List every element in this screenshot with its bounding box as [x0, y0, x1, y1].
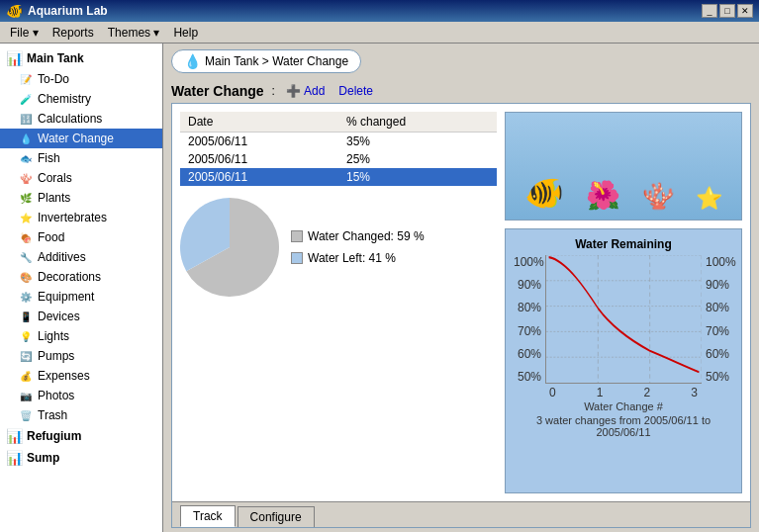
add-label: Add: [304, 84, 325, 98]
y-label-1: 60%: [514, 347, 541, 361]
sidebar-item-additives[interactable]: 🔧 Additives: [0, 247, 162, 267]
chart-svg: [546, 255, 702, 383]
menu-themes[interactable]: Themes ▾: [102, 24, 166, 42]
breadcrumb-box: 💧 Main Tank > Water Change: [171, 49, 361, 73]
sidebar-item-photos-label: Photos: [38, 389, 74, 402]
legend-checkbox-left[interactable]: [291, 252, 303, 264]
menu-file[interactable]: File ▾: [4, 24, 45, 42]
fish-icon: 🐟: [18, 150, 34, 166]
fish-decoration-2: 🌺: [586, 179, 620, 212]
sidebar-item-pumps[interactable]: 🔄 Pumps: [0, 346, 162, 366]
row1-pct: 35%: [338, 133, 497, 151]
table-row-selected[interactable]: 2005/06/11 15%: [180, 168, 497, 186]
minimize-button[interactable]: _: [702, 4, 717, 18]
corals-icon: 🪸: [18, 170, 34, 186]
row1-date: 2005/06/11: [180, 133, 338, 151]
sidebar-item-food-label: Food: [38, 230, 64, 244]
chemistry-icon: 🧪: [18, 91, 34, 107]
panel-area: Date % changed 2005/06/11 35% 2005/06/11: [171, 103, 751, 528]
sidebar-group-refugium[interactable]: 📊 Refugium: [0, 425, 162, 447]
panel-inner: Date % changed 2005/06/11 35% 2005/06/11: [172, 104, 750, 501]
devices-icon: 📱: [18, 309, 34, 324]
page-title: Water Change: [171, 83, 264, 99]
sidebar-item-equipment[interactable]: ⚙️ Equipment: [0, 287, 162, 307]
fish-display: 🐠 🌺 🪸 ⭐: [505, 112, 742, 221]
breadcrumb-bar: 💧 Main Tank > Water Change: [163, 44, 759, 79]
sidebar-item-todo[interactable]: 📝 To-Do: [0, 69, 162, 89]
menu-help[interactable]: Help: [167, 24, 204, 42]
x-label-0: 0: [549, 386, 556, 399]
header-separator: :: [272, 84, 275, 98]
sidebar-item-invertebrates-label: Invertebrates: [38, 211, 107, 224]
sidebar-item-lights-label: Lights: [38, 329, 69, 343]
delete-button[interactable]: Delete: [335, 83, 376, 99]
content-area: 💧 Main Tank > Water Change Water Change …: [163, 44, 759, 532]
y-label-3: 80%: [514, 301, 541, 314]
sidebar-item-corals[interactable]: 🪸 Corals: [0, 168, 162, 188]
y-label-r4: 90%: [706, 278, 733, 292]
trash-icon: 🗑️: [18, 407, 34, 423]
sidebar-item-chemistry[interactable]: 🧪 Chemistry: [0, 89, 162, 109]
table-row[interactable]: 2005/06/11 35%: [180, 133, 497, 151]
sidebar-item-pumps-label: Pumps: [38, 349, 74, 363]
app-icon: 🐠: [6, 3, 23, 19]
left-section: Date % changed 2005/06/11 35% 2005/06/11: [180, 112, 497, 493]
legend-checkbox-changed[interactable]: [291, 230, 303, 242]
legend-label-changed: Water Changed: 59 %: [308, 229, 425, 243]
menu-bar: File ▾ Reports Themes ▾ Help: [0, 22, 759, 44]
right-section: 🐠 🌺 🪸 ⭐ Water Remaining 50% 60%: [505, 112, 742, 493]
y-label-2: 70%: [514, 324, 541, 338]
sidebar-group-sump[interactable]: 📊 Sump: [0, 447, 162, 469]
tab-bar: Track Configure: [172, 501, 750, 527]
sidebar-item-fish[interactable]: 🐟 Fish: [0, 148, 162, 168]
col-pct: % changed: [338, 112, 497, 133]
sidebar-item-expenses[interactable]: 💰 Expenses: [0, 366, 162, 386]
lights-icon: 💡: [18, 328, 34, 344]
sidebar-item-chemistry-label: Chemistry: [38, 92, 91, 106]
menu-reports[interactable]: Reports: [47, 24, 100, 42]
sidebar-item-invertebrates[interactable]: ⭐ Invertebrates: [0, 208, 162, 227]
calculations-icon: 🔢: [18, 111, 34, 127]
sidebar-item-photos[interactable]: 📷 Photos: [0, 386, 162, 405]
tab-track[interactable]: Track: [180, 505, 236, 527]
sidebar-item-decorations-label: Decorations: [38, 270, 101, 284]
maximize-button[interactable]: □: [719, 4, 735, 18]
close-button[interactable]: ✕: [737, 4, 753, 18]
main-tank-label: Main Tank: [27, 51, 84, 65]
additives-icon: 🔧: [18, 249, 34, 265]
sidebar-item-plants[interactable]: 🌿 Plants: [0, 188, 162, 208]
sidebar-item-calculations[interactable]: 🔢 Calculations: [0, 109, 162, 129]
title-bar-controls: _ □ ✕: [702, 4, 753, 18]
app-title: Aquarium Lab: [28, 4, 108, 18]
add-button[interactable]: ➕ Add: [283, 83, 328, 99]
sidebar-item-lights[interactable]: 💡 Lights: [0, 326, 162, 346]
sidebar-item-trash[interactable]: 🗑️ Trash: [0, 405, 162, 425]
sidebar-item-devices[interactable]: 📱 Devices: [0, 307, 162, 326]
sidebar-item-food[interactable]: 🍖 Food: [0, 227, 162, 247]
y-label-r5: 100%: [706, 255, 733, 269]
sidebar-item-trash-label: Trash: [38, 408, 67, 422]
legend-label-left: Water Left: 41 %: [308, 251, 396, 265]
tab-configure[interactable]: Configure: [237, 506, 315, 527]
sidebar-item-calculations-label: Calculations: [38, 112, 102, 126]
sidebar-item-water-change[interactable]: 💧 Water Change: [0, 129, 162, 148]
sidebar-item-todo-label: To-Do: [38, 72, 69, 86]
main-container: 📊 Main Tank 📝 To-Do 🧪 Chemistry 🔢 Calcul…: [0, 44, 759, 532]
y-label-r1: 60%: [706, 347, 733, 361]
sidebar-group-main-tank[interactable]: 📊 Main Tank: [0, 47, 162, 69]
row2-date: 2005/06/11: [180, 150, 338, 168]
sidebar-item-decorations[interactable]: 🎨 Decorations: [0, 267, 162, 287]
data-table: Date % changed 2005/06/11 35% 2005/06/11: [180, 112, 497, 186]
fish-decoration-1: 🐠: [524, 174, 564, 212]
sump-icon: 📊: [6, 450, 23, 466]
water-change-icon: 💧: [18, 131, 34, 146]
legend-item-left: Water Left: 41 %: [291, 251, 425, 265]
sidebar: 📊 Main Tank 📝 To-Do 🧪 Chemistry 🔢 Calcul…: [0, 44, 163, 532]
refugium-label: Refugium: [27, 429, 81, 443]
row3-date: 2005/06/11: [180, 168, 338, 186]
legend-box: Water Changed: 59 % Water Left: 41 %: [291, 229, 425, 265]
row3-pct: 15%: [338, 168, 497, 186]
table-row[interactable]: 2005/06/11 25%: [180, 150, 497, 168]
x-label-2: 2: [644, 386, 651, 399]
food-icon: 🍖: [18, 229, 34, 245]
